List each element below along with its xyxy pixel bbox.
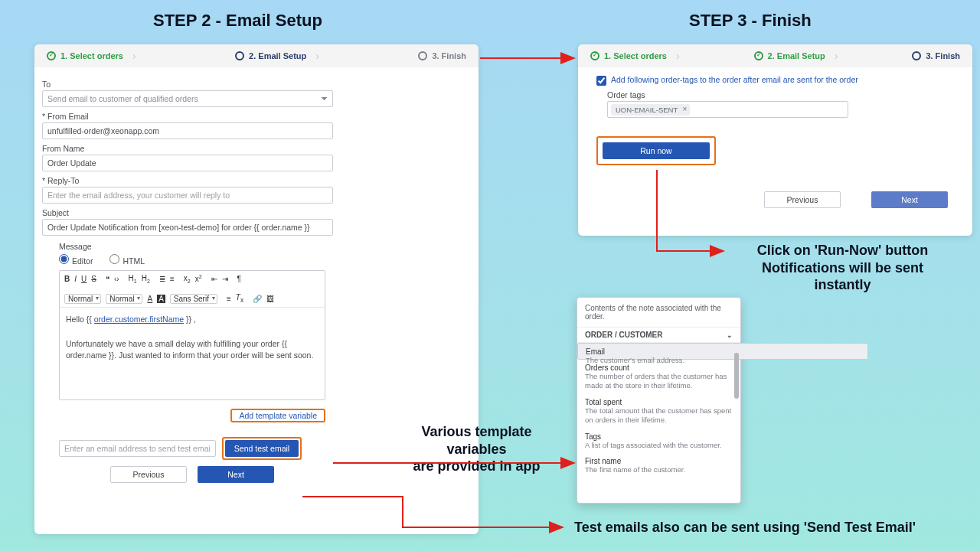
arrows-layer	[0, 0, 980, 551]
